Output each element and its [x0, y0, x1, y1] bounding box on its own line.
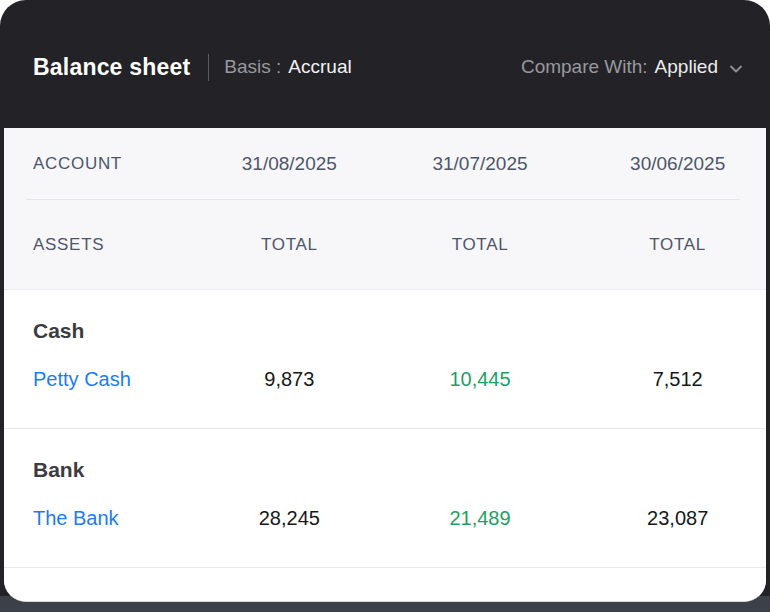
column-header-account: ACCOUNT	[4, 154, 194, 174]
section-bank: Bank The Bank 28,245 21,489 23,087	[4, 429, 766, 568]
table-row: The Bank 28,245 21,489 23,087	[4, 505, 766, 531]
header-divider	[208, 54, 209, 81]
report-header: Balance sheet Basis : Accrual Compare Wi…	[0, 0, 770, 128]
column-header-date-3: 30/06/2025	[575, 153, 766, 175]
total-header-2: TOTAL	[385, 235, 576, 255]
compare-with-value: Applied	[655, 56, 718, 78]
section-title: Cash	[4, 318, 766, 344]
assets-group-label: ASSETS	[4, 235, 194, 255]
page-title: Balance sheet	[33, 54, 190, 81]
basis-label: Basis :	[224, 56, 281, 78]
table-subheader-row: ASSETS TOTAL TOTAL TOTAL	[4, 200, 766, 290]
basis-value: Accrual	[288, 56, 351, 78]
amount-cell: 21,489	[385, 507, 576, 530]
amount-cell: 9,873	[194, 368, 385, 391]
total-header-3: TOTAL	[575, 235, 766, 255]
section-title: Bank	[4, 457, 766, 483]
compare-with-dropdown[interactable]: Compare With: Applied	[521, 56, 744, 78]
table-header-row: ACCOUNT 31/08/2025 31/07/2025 30/06/2025	[4, 128, 766, 200]
amount-cell: 28,245	[194, 507, 385, 530]
amount-cell: 7,512	[575, 368, 766, 391]
report-table-panel: ACCOUNT 31/08/2025 31/07/2025 30/06/2025…	[4, 128, 766, 602]
chevron-down-icon	[728, 61, 744, 77]
account-link-the-bank[interactable]: The Bank	[33, 505, 119, 531]
amount-cell: 10,445	[385, 368, 576, 391]
table-row: Petty Cash 9,873 10,445 7,512	[4, 366, 766, 392]
column-header-date-1: 31/08/2025	[194, 153, 385, 175]
account-link-petty-cash[interactable]: Petty Cash	[33, 366, 131, 392]
column-header-date-2: 31/07/2025	[385, 153, 576, 175]
amount-cell: 23,087	[575, 507, 766, 530]
total-header-1: TOTAL	[194, 235, 385, 255]
table-header-group: ACCOUNT 31/08/2025 31/07/2025 30/06/2025…	[4, 128, 766, 290]
section-cash: Cash Petty Cash 9,873 10,445 7,512	[4, 290, 766, 429]
balance-sheet-card: Balance sheet Basis : Accrual Compare Wi…	[0, 0, 770, 612]
empty-footer-row	[4, 568, 766, 601]
compare-with-label: Compare With:	[521, 56, 648, 78]
